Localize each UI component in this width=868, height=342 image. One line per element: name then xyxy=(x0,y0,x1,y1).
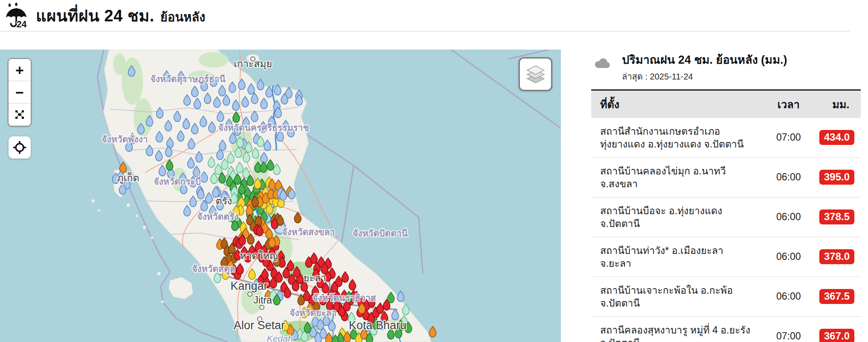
column-header-mm: มม. xyxy=(812,90,861,118)
value-cell: 378.5 xyxy=(812,197,861,237)
province-label: จังหวัดกระบี่ xyxy=(154,175,201,186)
fullscreen-button[interactable] xyxy=(9,103,31,126)
rainfall-value-badge: 434.0 xyxy=(819,130,854,145)
zoom-in-button[interactable]: + xyxy=(9,59,31,81)
rainfall-value-badge: 367.5 xyxy=(819,289,854,304)
place-label: ภูเก็ต xyxy=(117,171,139,184)
table-row[interactable]: สถานีบ้านบือจะ อ.ทุ่งยางแดง จ.ปัตตานี06:… xyxy=(591,197,861,237)
panel-title: ปริมาณฝน 24 ชม. ย้อนหลัง (มม.) xyxy=(622,53,787,68)
province-label: จังหวัดตรัง xyxy=(197,212,238,221)
table-row[interactable]: สถานีบ้านเจาะกะพ้อใน อ.กะพ้อ จ.ปัตตานี06… xyxy=(591,277,861,316)
value-cell: 367.0 xyxy=(812,316,861,342)
locate-icon xyxy=(13,141,26,154)
rainfall-value-badge: 378.0 xyxy=(819,249,854,264)
time-cell: 06:00 xyxy=(765,197,812,237)
value-cell: 395.0 xyxy=(812,157,861,197)
province-label: จังหวัดยะลา xyxy=(290,308,337,318)
time-cell: 06:00 xyxy=(765,237,812,277)
svg-text:24: 24 xyxy=(17,19,27,29)
time-cell: 07:00 xyxy=(765,118,812,158)
column-header-location: ที่ตั้ง xyxy=(591,90,765,118)
place-label: ตรัง xyxy=(216,195,232,206)
value-cell: 378.0 xyxy=(812,237,861,277)
panel-updated: ล่าสุด : 2025-11-24 xyxy=(622,70,787,83)
region-label: Kedah xyxy=(267,333,293,342)
column-header-time: เวลา xyxy=(765,90,812,118)
province-label: จังหวัดนราธิวาส xyxy=(313,293,376,303)
rain-map[interactable]: จังหวัดสุราษฎร์ธานีจังหวัดนครศรีธรรมราชจ… xyxy=(0,50,561,342)
province-label: จังหวัดพังงา xyxy=(102,134,148,144)
place-label: Kota Bharu xyxy=(349,319,406,332)
rain-table: ที่ตั้ง เวลา มม. สถานีสำนักงานเกษตรอำเภอ… xyxy=(591,89,861,342)
place-label: เกาะสมุย xyxy=(234,58,272,70)
place-label: Jitra xyxy=(253,295,272,306)
city-dot xyxy=(260,305,264,310)
place-label: ยะลา xyxy=(304,272,326,283)
province-label: จังหวัดสตูล xyxy=(192,264,235,275)
rain-data-panel: ปริมาณฝน 24 ชม. ย้อนหลัง (มม.) ล่าสุด : … xyxy=(591,50,861,342)
province-label: จังหวัดนครศรีธรรมราช xyxy=(218,123,309,133)
province-label: จังหวัดปัตตานี xyxy=(353,228,408,238)
locate-button[interactable] xyxy=(9,136,31,159)
table-row[interactable]: สถานีบ้านท่าวัง* อ.เมืองยะลา จ.ยะลา06:00… xyxy=(591,237,861,277)
panel-header: ปริมาณฝน 24 ชม. ย้อนหลัง (มม.) ล่าสุด : … xyxy=(591,50,861,83)
rain-table-head: ที่ตั้ง เวลา มม. xyxy=(591,90,861,118)
station-cell: สถานีสำนักงานเกษตรอำเภอทุ่งยางแดง อ.ทุ่ง… xyxy=(591,118,765,158)
table-row[interactable]: สถานีสำนักงานเกษตรอำเภอทุ่งยางแดง อ.ทุ่ง… xyxy=(591,118,861,158)
basemap: จังหวัดสุราษฎร์ธานีจังหวัดนครศรีธรรมราชจ… xyxy=(0,50,561,342)
fullscreen-icon xyxy=(15,109,25,120)
cloud-icon xyxy=(595,57,610,69)
place-label: หาดใหญ่ xyxy=(240,250,278,261)
layers-button[interactable] xyxy=(519,57,552,91)
page-title-main: แผนที่ฝน 24 ชม. xyxy=(36,3,154,29)
station-cell: สถานีบ้านเจาะกะพ้อใน อ.กะพ้อ จ.ปัตตานี xyxy=(591,277,765,316)
station-cell: สถานีบ้านคลองไข่มุก อ.นาทวี จ.สงขลา xyxy=(591,157,765,197)
place-label: Alor Setar xyxy=(234,319,285,332)
value-cell: 367.5 xyxy=(812,277,861,316)
province-label: จังหวัดสงขลา xyxy=(282,227,335,237)
time-cell: 07:00 xyxy=(765,316,812,342)
umbrella-rain-24-icon: 24 xyxy=(4,2,29,29)
zoom-out-button[interactable]: − xyxy=(9,81,31,103)
time-cell: 06:00 xyxy=(765,157,812,197)
page-title: แผนที่ฝน 24 ชม. ย้อนหลัง xyxy=(36,3,205,29)
rainfall-value-badge: 367.0 xyxy=(819,329,854,342)
place-label: Kangar xyxy=(230,280,267,292)
station-cell: สถานีคลองสุหงาบารู หมู่ที่ 4 อ.ยะรัง จ.ป… xyxy=(591,316,765,342)
rainfall-value-badge: 378.5 xyxy=(819,209,854,224)
layers-icon xyxy=(525,65,546,84)
city-dot xyxy=(248,292,252,296)
header-divider xyxy=(0,31,850,32)
zoom-control-group: + − xyxy=(8,58,32,127)
table-row[interactable]: สถานีคลองสุหงาบารู หมู่ที่ 4 อ.ยะรัง จ.ป… xyxy=(591,316,861,342)
table-row[interactable]: สถานีบ้านคลองไข่มุก อ.นาทวี จ.สงขลา06:00… xyxy=(591,157,861,197)
rainfall-value-badge: 395.0 xyxy=(819,170,854,185)
station-cell: สถานีบ้านท่าวัง* อ.เมืองยะลา จ.ยะลา xyxy=(591,237,765,277)
rain-table-body: สถานีสำนักงานเกษตรอำเภอทุ่งยางแดง อ.ทุ่ง… xyxy=(591,118,861,342)
page-title-sub: ย้อนหลัง xyxy=(160,7,205,27)
time-cell: 06:00 xyxy=(765,277,812,316)
province-label: จังหวัดสุราษฎร์ธานี xyxy=(150,74,226,85)
station-cell: สถานีบ้านบือจะ อ.ทุ่งยางแดง จ.ปัตตานี xyxy=(591,197,765,237)
value-cell: 434.0 xyxy=(812,118,861,158)
app-header: 24 แผนที่ฝน 24 ชม. ย้อนหลัง xyxy=(0,0,868,31)
